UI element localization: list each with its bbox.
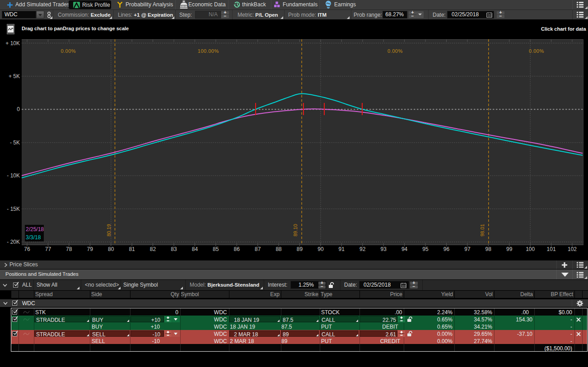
svg-text:76: 76 (24, 246, 30, 252)
svg-text:77: 77 (45, 246, 51, 252)
svg-text:0.00%: 0.00% (387, 48, 403, 54)
svg-text:85: 85 (213, 246, 219, 252)
svg-text:+ 10K: + 10K (5, 40, 20, 46)
svg-text:89.10: 89.10 (293, 224, 298, 237)
svg-text:98: 98 (485, 246, 492, 252)
svg-text:3/3/18: 3/3/18 (26, 234, 41, 241)
svg-text:- 15K: - 15K (7, 206, 20, 212)
svg-text:- 20K: - 20K (7, 239, 20, 245)
svg-text:97: 97 (464, 246, 471, 252)
svg-text:90: 90 (317, 246, 324, 252)
svg-text:98.01: 98.01 (480, 224, 485, 237)
svg-text:80.19: 80.19 (106, 224, 112, 237)
svg-text:2/25/18: 2/25/18 (26, 226, 44, 232)
svg-text:87: 87 (255, 246, 261, 252)
svg-text:100: 100 (526, 246, 535, 252)
svg-text:83: 83 (171, 246, 177, 252)
svg-text:101: 101 (547, 246, 556, 252)
svg-text:93: 93 (381, 246, 387, 252)
svg-text:- 10K: - 10K (7, 172, 20, 179)
svg-text:94: 94 (401, 246, 408, 252)
svg-text:88: 88 (275, 246, 282, 252)
svg-text:89: 89 (297, 246, 303, 252)
svg-text:78: 78 (66, 246, 72, 252)
svg-text:100.00%: 100.00% (198, 48, 219, 54)
svg-text:99: 99 (506, 246, 513, 252)
svg-text:92: 92 (359, 246, 366, 252)
svg-text:80: 80 (108, 246, 114, 252)
svg-text:0.00%: 0.00% (529, 48, 544, 54)
svg-text:82: 82 (150, 246, 156, 252)
svg-text:79: 79 (87, 246, 93, 252)
svg-text:86: 86 (234, 246, 240, 252)
svg-text:0: 0 (17, 106, 20, 112)
svg-text:91: 91 (339, 246, 345, 252)
svg-text:0.00%: 0.00% (61, 48, 76, 54)
svg-text:96: 96 (443, 246, 450, 252)
svg-text:- 5K: - 5K (10, 139, 20, 146)
svg-text:95: 95 (422, 246, 429, 252)
svg-text:+ 5K: + 5K (9, 73, 20, 79)
svg-text:81: 81 (129, 246, 135, 252)
svg-text:102: 102 (568, 246, 577, 252)
svg-text:84: 84 (192, 246, 198, 252)
